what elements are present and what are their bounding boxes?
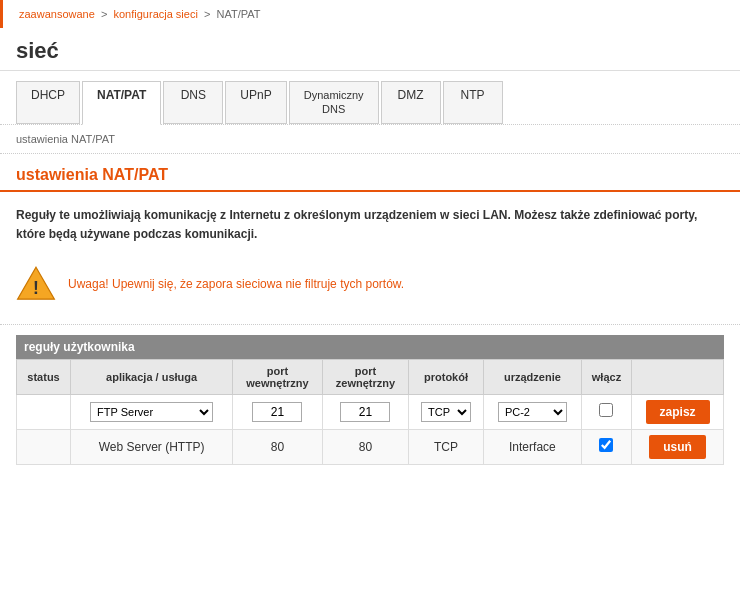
rules-table-section: reguły użytkownika status aplikacja / us… <box>0 335 740 485</box>
breadcrumb-current: NAT/PAT <box>217 8 261 20</box>
col-device: urządzenie <box>484 359 582 394</box>
device-select-1[interactable]: PC-2 Interface PC-1 <box>498 402 567 422</box>
col-status: status <box>17 359 71 394</box>
service-select-1[interactable]: FTP Server Web Server (HTTP) Custom <box>90 402 213 422</box>
tab-dhcp[interactable]: DHCP <box>16 81 80 124</box>
delete-button-2[interactable]: usuń <box>649 435 706 459</box>
row1-service: FTP Server Web Server (HTTP) Custom <box>71 394 233 429</box>
row2-action: usuń <box>632 429 724 464</box>
col-port-external: portzewnętrzny <box>322 359 408 394</box>
section-description: Reguły te umożliwiają komunikację z Inte… <box>0 192 740 254</box>
enable-checkbox-2[interactable] <box>599 438 613 452</box>
col-enable: włącz <box>581 359 631 394</box>
breadcrumb-link-advanced[interactable]: zaawansowane <box>19 8 95 20</box>
port-external-input-1[interactable] <box>340 402 390 422</box>
table-title: reguły użytkownika <box>16 335 724 359</box>
col-action <box>632 359 724 394</box>
port-internal-input-1[interactable] <box>252 402 302 422</box>
tab-upnp[interactable]: UPnP <box>225 81 286 124</box>
row1-enable <box>581 394 631 429</box>
col-service: aplikacja / usługa <box>71 359 233 394</box>
row2-service: Web Server (HTTP) <box>71 429 233 464</box>
save-button-1[interactable]: zapisz <box>646 400 710 424</box>
page-title: sieć <box>0 28 740 71</box>
tab-dns[interactable]: DNS <box>163 81 223 124</box>
tab-dynamic-dns[interactable]: Dynamiczny DNS <box>289 81 379 124</box>
table-row: Web Server (HTTP) 80 80 TCP Interface us… <box>17 429 724 464</box>
row1-status <box>17 394 71 429</box>
col-protocol: protokół <box>409 359 484 394</box>
row2-enable <box>581 429 631 464</box>
row2-port-internal: 80 <box>233 429 323 464</box>
svg-text:!: ! <box>33 278 39 298</box>
row2-port-external: 80 <box>322 429 408 464</box>
tab-dmz[interactable]: DMZ <box>381 81 441 124</box>
row1-port-internal <box>233 394 323 429</box>
enable-checkbox-1[interactable] <box>599 403 613 417</box>
row1-port-external <box>322 394 408 429</box>
row2-device: Interface <box>484 429 582 464</box>
breadcrumb-link-network[interactable]: konfiguracja sieci <box>114 8 198 20</box>
col-port-internal: portwewnętrzny <box>233 359 323 394</box>
tab-natpat[interactable]: NAT/PAT <box>82 81 161 125</box>
warning-icon: ! <box>16 264 56 304</box>
section-breadcrumb: ustawienia NAT/PAT <box>0 125 740 154</box>
row1-action: zapisz <box>632 394 724 429</box>
protocol-select-1[interactable]: TCP UDP Both <box>421 402 471 422</box>
row1-device: PC-2 Interface PC-1 <box>484 394 582 429</box>
row1-protocol: TCP UDP Both <box>409 394 484 429</box>
section-title: ustawienia NAT/PAT <box>0 154 740 192</box>
warning-box: ! Uwaga! Upewnij się, że zapora sieciowa… <box>0 254 740 314</box>
tab-ntp[interactable]: NTP <box>443 81 503 124</box>
row2-status <box>17 429 71 464</box>
row2-protocol: TCP <box>409 429 484 464</box>
breadcrumb: zaawansowane > konfiguracja sieci > NAT/… <box>0 0 740 28</box>
table-row: FTP Server Web Server (HTTP) Custom TCP … <box>17 394 724 429</box>
rules-table: status aplikacja / usługa portwewnętrzny… <box>16 359 724 465</box>
warning-text: Uwaga! Upewnij się, że zapora sieciowa n… <box>68 277 404 291</box>
tabs-bar: DHCP NAT/PAT DNS UPnP Dynamiczny DNS DMZ… <box>0 71 740 125</box>
